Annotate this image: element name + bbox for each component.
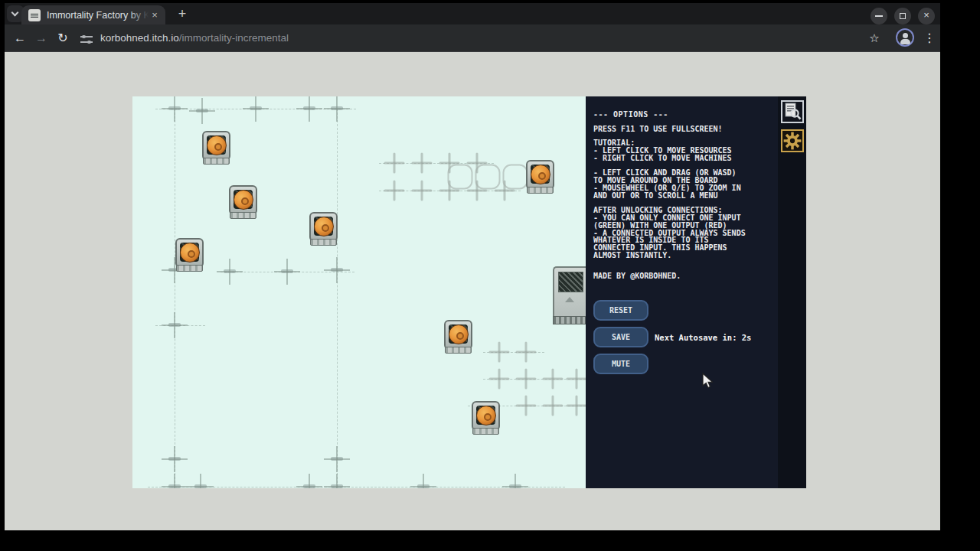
machine-base bbox=[203, 158, 230, 165]
options-panel: --- OPTIONS --- PRESS F11 TO USE FULLSCR… bbox=[586, 96, 806, 488]
menu-kebab-button[interactable]: ⋮ bbox=[920, 29, 939, 47]
furnace-screen bbox=[558, 272, 583, 292]
machine-body bbox=[202, 131, 230, 161]
game-embed: --- OPTIONS --- PRESS F11 TO USE FULLSCR… bbox=[132, 96, 806, 488]
tutorial-line: - RIGHT CLICK TO MOVE MACHINES bbox=[593, 155, 769, 162]
grid-cross bbox=[324, 474, 350, 488]
grid-cross bbox=[502, 474, 528, 488]
grid-cross-bold bbox=[412, 181, 433, 201]
doc-magnifier-icon[interactable] bbox=[781, 100, 804, 123]
grid-cross-bold bbox=[516, 369, 537, 390]
url-path: /immortality-incremental bbox=[179, 32, 289, 44]
grid-line bbox=[175, 109, 175, 487]
resource-machine[interactable] bbox=[526, 160, 554, 194]
site-info-icon[interactable] bbox=[80, 36, 93, 44]
machine-base bbox=[230, 212, 256, 219]
machine-base bbox=[445, 347, 472, 354]
machine-body bbox=[309, 212, 338, 242]
maximize-button[interactable] bbox=[894, 8, 911, 24]
coin-gear-icon bbox=[476, 406, 496, 425]
avatar-icon bbox=[903, 33, 908, 38]
grid-cross bbox=[324, 96, 350, 122]
game-board[interactable] bbox=[132, 96, 586, 488]
grid-cross-bold bbox=[384, 181, 405, 201]
browser-toolbar: ← → ↻ korbohned.itch.io/immortality-incr… bbox=[5, 24, 940, 52]
tutorial-line: AND OUT OR TO SCROLL A MENU bbox=[593, 192, 769, 200]
coin-gear-icon bbox=[180, 243, 200, 262]
grid-cross-bold bbox=[489, 342, 510, 363]
resource-machine[interactable] bbox=[444, 320, 472, 354]
panel-side-strip bbox=[778, 96, 806, 488]
reload-button[interactable]: ↻ bbox=[54, 29, 72, 47]
grid-line bbox=[337, 109, 338, 487]
grid-cross bbox=[410, 474, 436, 488]
grid-cross-bold bbox=[384, 153, 405, 174]
save-button[interactable]: SAVE bbox=[593, 327, 648, 347]
grid-cell-outline bbox=[503, 165, 528, 190]
close-button[interactable]: × bbox=[918, 8, 935, 24]
credit-line: MADE BY @KORBOHNED. bbox=[593, 272, 681, 280]
furnace-machine[interactable] bbox=[553, 266, 586, 324]
forward-button[interactable]: → bbox=[32, 29, 51, 47]
grid-cross bbox=[296, 96, 322, 122]
url-host: korbohned.itch.io bbox=[100, 32, 179, 44]
resource-machine[interactable] bbox=[229, 185, 257, 219]
maximize-icon bbox=[900, 13, 906, 19]
resource-machine[interactable] bbox=[202, 131, 230, 165]
grid-cross bbox=[274, 259, 300, 285]
coin-gear-icon bbox=[234, 190, 253, 210]
machine-favicon-icon bbox=[28, 9, 41, 21]
tab-strip: Immortality Factory by K × + × bbox=[5, 3, 940, 24]
grid-cell-outline bbox=[475, 165, 501, 190]
grid-cross bbox=[162, 96, 188, 122]
options-heading: --- OPTIONS --- bbox=[593, 110, 668, 119]
furnace-treads bbox=[553, 316, 586, 324]
bookmark-star-button[interactable]: ☆ bbox=[865, 29, 884, 47]
machine-base bbox=[472, 428, 499, 435]
coin-gear-icon bbox=[207, 135, 227, 155]
reset-button[interactable]: RESET bbox=[593, 300, 648, 321]
machine-base bbox=[527, 187, 554, 194]
back-button[interactable]: ← bbox=[11, 29, 29, 47]
grid-cross bbox=[324, 446, 350, 472]
grid-cross-bold bbox=[489, 369, 510, 390]
tab-close-button[interactable]: × bbox=[149, 9, 161, 21]
grid-cross bbox=[243, 96, 269, 122]
mouse-cursor bbox=[702, 373, 714, 390]
browser-tab[interactable]: Immortality Factory by K × bbox=[21, 5, 165, 24]
grid-cross bbox=[324, 257, 350, 283]
grid-cross-bold bbox=[567, 369, 586, 390]
fullscreen-hint: PRESS F11 TO USE FULLSCREEN! bbox=[593, 125, 723, 133]
grid-cross bbox=[162, 474, 188, 488]
resource-machine[interactable] bbox=[472, 401, 500, 435]
tab-title: Immortality Factory by K bbox=[47, 10, 149, 21]
furnace-vent-icon bbox=[565, 297, 574, 302]
machine-body bbox=[229, 185, 257, 215]
grid-cell-outline bbox=[448, 165, 473, 190]
grid-cross bbox=[162, 312, 188, 338]
grid-cross bbox=[217, 259, 243, 285]
machine-body bbox=[444, 320, 472, 350]
panel-buttons: RESET SAVE Next Autosave in: 2s MUTE bbox=[593, 300, 751, 380]
grid-cross-bold bbox=[567, 396, 586, 416]
resource-machine[interactable] bbox=[309, 212, 338, 246]
gear-icon[interactable] bbox=[781, 129, 804, 152]
grid-cross-bold bbox=[543, 369, 564, 390]
coin-gear-icon bbox=[314, 217, 334, 236]
grid-cross bbox=[296, 474, 322, 488]
profile-avatar-button[interactable] bbox=[896, 28, 914, 47]
autosave-countdown: Next Autosave in: 2s bbox=[655, 333, 751, 342]
url-bar[interactable]: korbohned.itch.io/immortality-incrementa… bbox=[100, 24, 289, 52]
browser-window: Immortality Factory by K × + × ← → ↻ kor… bbox=[5, 3, 940, 530]
tutorial-text: TUTORIAL:- LEFT CLICK TO MOVE RESOURCES-… bbox=[593, 139, 769, 259]
mute-button[interactable]: MUTE bbox=[593, 354, 648, 374]
coin-gear-icon bbox=[449, 324, 469, 344]
chevron-down-icon bbox=[11, 9, 19, 17]
tutorial-line: ALMOST INSTANTLY. bbox=[593, 252, 769, 259]
new-tab-button[interactable]: + bbox=[174, 6, 191, 23]
minimize-button[interactable] bbox=[871, 8, 887, 24]
itch-page: --- OPTIONS --- PRESS F11 TO USE FULLSCR… bbox=[5, 52, 940, 530]
resource-machine[interactable] bbox=[175, 238, 204, 272]
grid-cross-bold bbox=[412, 153, 433, 174]
machine-body bbox=[472, 401, 500, 431]
